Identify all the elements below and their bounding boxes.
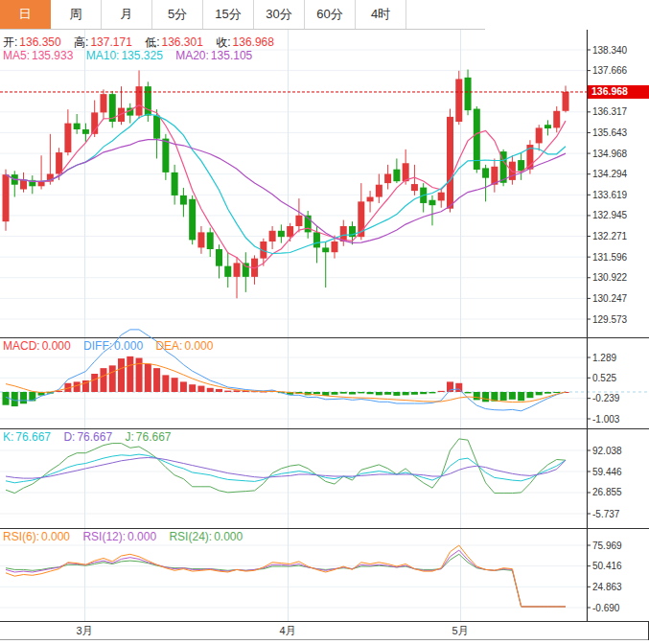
svg-text:135.643: 135.643 — [592, 127, 628, 138]
svg-text:130.247: 130.247 — [592, 293, 628, 304]
svg-text:129.573: 129.573 — [592, 314, 628, 325]
svg-text:134.294: 134.294 — [592, 169, 628, 179]
svg-text:-1.003: -1.003 — [592, 414, 620, 425]
svg-text:5月: 5月 — [452, 625, 468, 636]
tab-week[interactable]: 周 — [51, 0, 102, 29]
svg-text:134.968: 134.968 — [592, 149, 628, 159]
tab-60min[interactable]: 60分 — [305, 0, 356, 29]
svg-text:132.271: 132.271 — [592, 231, 628, 242]
svg-text:136.317: 136.317 — [592, 106, 628, 117]
svg-text:3月: 3月 — [76, 625, 92, 636]
svg-text:50.416: 50.416 — [592, 561, 622, 571]
tab-30min[interactable]: 30分 — [254, 0, 305, 29]
svg-text:59.446: 59.446 — [592, 467, 622, 477]
svg-text:-0.690: -0.690 — [592, 603, 620, 613]
chart-canvas[interactable]: 138.340137.666136.317135.643134.968134.2… — [0, 0, 649, 644]
tab-month[interactable]: 月 — [102, 0, 152, 29]
svg-text:131.596: 131.596 — [592, 252, 628, 263]
tab-4hour[interactable]: 4时 — [356, 0, 406, 29]
kline-chart-app: 日 周 月 5分 15分 30分 60分 4时 开:136.350 高:137.… — [0, 0, 649, 644]
period-tabbar: 日 周 月 5分 15分 30分 60分 4时 — [0, 0, 485, 30]
svg-text:1.289: 1.289 — [592, 353, 616, 363]
svg-text:4月: 4月 — [279, 625, 295, 636]
svg-text:130.922: 130.922 — [592, 272, 628, 283]
svg-text:26.855: 26.855 — [592, 487, 622, 497]
svg-text:-5.737: -5.737 — [592, 509, 620, 519]
tab-5min[interactable]: 5分 — [152, 0, 203, 29]
svg-text:137.666: 137.666 — [592, 65, 628, 76]
tab-day[interactable]: 日 — [0, 0, 51, 29]
svg-text:138.340: 138.340 — [592, 45, 628, 56]
svg-text:136.968: 136.968 — [591, 85, 628, 97]
tab-15min[interactable]: 15分 — [203, 0, 254, 29]
svg-text:132.945: 132.945 — [592, 210, 628, 220]
svg-text:92.038: 92.038 — [592, 446, 622, 456]
svg-text:75.969: 75.969 — [592, 540, 622, 551]
svg-text:0.525: 0.525 — [592, 373, 616, 383]
svg-text:133.619: 133.619 — [592, 190, 628, 200]
svg-text:-0.239: -0.239 — [592, 393, 620, 403]
svg-text:24.863: 24.863 — [592, 582, 622, 592]
